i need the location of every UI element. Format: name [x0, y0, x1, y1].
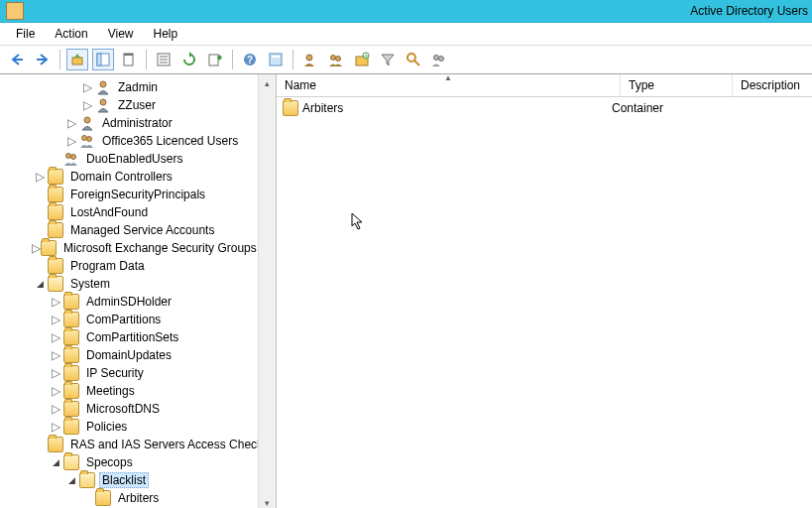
tree-item-label: LostAndFound [67, 204, 151, 220]
tree-item[interactable]: ◢Specops [0, 453, 276, 471]
tree-item[interactable]: ◢System [0, 275, 276, 293]
svg-rect-0 [72, 58, 82, 64]
menu-help[interactable]: Help [144, 27, 188, 41]
filter-button[interactable] [377, 49, 399, 70]
expand-icon[interactable]: ▷ [48, 295, 63, 309]
tree-item[interactable]: RAS and IAS Servers Access Check [0, 436, 276, 453]
svg-rect-4 [124, 54, 133, 56]
svg-point-14 [306, 55, 312, 61]
expand-icon[interactable]: ▷ [79, 98, 95, 112]
expand-icon[interactable]: ◢ [63, 473, 79, 487]
tree-item[interactable]: ▷DomainUpdates [0, 346, 276, 364]
tree-item[interactable]: DuoEnabledUsers [0, 150, 276, 168]
list-row[interactable]: ArbitersContainer [277, 99, 812, 117]
expand-icon[interactable]: ▷ [48, 313, 63, 326]
show-hide-console-tree-button[interactable] [92, 49, 114, 70]
expand-icon[interactable]: ▷ [63, 116, 79, 130]
tree-item-label: Meetings [83, 383, 138, 399]
folder-icon [283, 100, 298, 116]
expand-icon[interactable]: ▷ [63, 134, 79, 148]
tree-item[interactable]: ▷AdminSDHolder [0, 293, 276, 311]
svg-point-23 [439, 57, 444, 62]
expand-icon[interactable]: ▷ [48, 330, 63, 344]
add-to-group-button[interactable] [428, 49, 450, 70]
svg-point-28 [87, 137, 92, 142]
tree-item[interactable]: ▷Domain Controllers [0, 168, 276, 186]
cut-button[interactable] [118, 49, 140, 70]
tree-item-label: MicrosoftDNS [83, 401, 163, 417]
tree-item[interactable]: ▷IP Security [0, 364, 276, 382]
tree-item[interactable]: ForeignSecurityPrincipals [0, 186, 276, 203]
menu-view[interactable]: View [98, 27, 144, 41]
menu-action[interactable]: Action [45, 27, 97, 41]
tree-item-label: AdminSDHolder [83, 294, 174, 310]
forward-button[interactable] [32, 49, 54, 70]
titlebar: Active Directory Users [0, 0, 812, 23]
tree-item[interactable]: ▷ZZuser [0, 96, 276, 114]
tree-item[interactable]: ▷MicrosoftDNS [0, 400, 276, 418]
svg-line-21 [414, 61, 419, 65]
tree-item[interactable]: ▷Administrator [0, 114, 276, 132]
menu-file[interactable]: File [6, 27, 45, 41]
app-icon [6, 2, 24, 20]
tree-item[interactable]: ▷ComPartitionSets [0, 328, 276, 346]
tree-item[interactable]: ▷Office365 Licenced Users [0, 132, 276, 150]
svg-point-22 [434, 56, 439, 61]
tree-item[interactable]: Managed Service Accounts [0, 221, 276, 239]
refresh-button[interactable] [178, 49, 200, 70]
tree-item-label: Office365 Licenced Users [99, 133, 241, 149]
list-cell-type: Container [604, 101, 707, 115]
tree-scrollbar[interactable]: ▴▾ [258, 74, 276, 508]
back-button[interactable] [6, 49, 28, 70]
expand-icon[interactable]: ▷ [32, 170, 48, 184]
expand-icon[interactable]: ▷ [48, 420, 63, 434]
expand-icon[interactable]: ▷ [48, 384, 63, 398]
column-description[interactable]: Description [733, 74, 812, 96]
column-name[interactable]: Name ▲ [277, 74, 621, 96]
new-group-button[interactable] [325, 49, 347, 70]
export-list-button[interactable] [204, 49, 226, 70]
up-button[interactable] [66, 49, 88, 70]
find-button[interactable] [265, 49, 287, 70]
expand-icon[interactable]: ◢ [48, 455, 63, 469]
tree-item[interactable]: LostAndFound [0, 203, 276, 221]
svg-point-24 [100, 81, 106, 87]
column-type[interactable]: Type [621, 74, 733, 96]
tree-item[interactable]: Arbiters [0, 489, 276, 507]
tree-item[interactable]: ▷Policies [0, 418, 276, 436]
expand-icon[interactable]: ▷ [48, 348, 63, 362]
tree-item[interactable]: ▷ComPartitions [0, 311, 276, 328]
tree-item-label: System [67, 276, 113, 292]
list-pane[interactable]: Name ▲ Type Description ArbitersContaine… [277, 74, 812, 508]
tree-item[interactable]: ▷Meetings [0, 382, 276, 400]
tree-item-label: Program Data [67, 258, 148, 274]
new-user-button[interactable] [299, 49, 321, 70]
svg-rect-13 [272, 56, 280, 58]
tree-item[interactable]: ▷Zadmin [0, 78, 276, 96]
svg-point-15 [331, 56, 336, 61]
svg-text:+: + [364, 52, 369, 61]
expand-icon[interactable]: ▷ [48, 366, 63, 380]
list-header: Name ▲ Type Description [277, 74, 812, 97]
tree-item-label: Microsoft Exchange Security Groups [60, 240, 260, 256]
properties-button[interactable] [153, 49, 174, 70]
expand-icon[interactable]: ▷ [79, 80, 95, 94]
tree-item-label: DomainUpdates [83, 347, 174, 363]
expand-icon[interactable]: ◢ [32, 277, 48, 291]
tree-item-label: Arbiters [115, 490, 162, 506]
help-button[interactable]: ? [239, 49, 261, 70]
tree-item[interactable]: ▷Microsoft Exchange Security Groups [0, 239, 276, 257]
new-ou-button[interactable]: + [351, 49, 373, 70]
svg-rect-2 [97, 54, 101, 65]
tree-item-label: IP Security [83, 365, 147, 381]
expand-icon[interactable]: ▷ [48, 402, 63, 416]
tree-item-label: Specops [83, 454, 136, 470]
svg-point-29 [66, 154, 71, 159]
tree-pane[interactable]: ▷Zadmin▷ZZuser▷Administrator▷Office365 L… [0, 74, 277, 508]
tree-item[interactable]: ◢Blacklist [0, 471, 276, 489]
expand-icon[interactable]: ▷ [32, 241, 41, 255]
tree-item-label: ComPartitions [83, 312, 164, 327]
search-button[interactable] [403, 49, 424, 70]
toolbar: ? + [0, 46, 812, 74]
tree-item[interactable]: Program Data [0, 257, 276, 275]
